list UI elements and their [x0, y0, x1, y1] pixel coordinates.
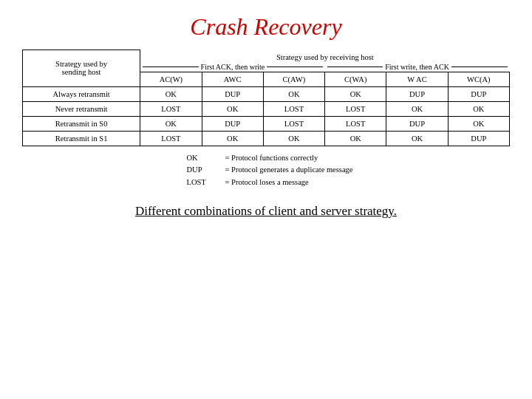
cell-2-3: LOST: [325, 116, 386, 131]
legend-item-lost: LOST = Protocol loses a message: [187, 177, 353, 189]
cell-3-5: DUP: [448, 131, 509, 146]
cell-0-5: DUP: [448, 86, 509, 101]
table-row: Retransmit in S0 OK DUP LOST LOST DUP OK: [23, 116, 510, 131]
cell-0-0: OK: [140, 86, 202, 101]
cell-2-0: OK: [140, 116, 202, 131]
legend: OK = Protocol functions correctly DUP = …: [180, 152, 353, 189]
col-header-4: W AC: [386, 72, 448, 86]
legend-item-ok: OK = Protocol functions correctly: [187, 152, 353, 165]
cell-1-3: LOST: [325, 101, 386, 116]
cell-1-4: OK: [386, 101, 448, 116]
corner-label: Strategy used bysending host: [23, 50, 140, 87]
table-row: Retransmit in S1 LOST OK OK OK OK DUP: [23, 131, 510, 146]
cell-3-1: OK: [202, 131, 263, 146]
col-header-3: C(WA): [325, 72, 386, 86]
legend-item-dup: DUP = Protocol generates a duplicate mes…: [187, 164, 353, 177]
cell-1-2: LOST: [263, 101, 324, 116]
legend-key-ok: OK: [187, 152, 215, 165]
title: Crash Recovery: [190, 13, 341, 41]
legend-key-dup: DUP: [187, 164, 215, 177]
table-row: Never retransmit LOST OK LOST LOST OK OK: [23, 101, 510, 116]
cell-2-2: LOST: [263, 116, 324, 131]
footer-text: Different combinations of client and ser…: [135, 204, 397, 219]
cell-2-5: OK: [448, 116, 509, 131]
cell-0-1: DUP: [202, 86, 263, 101]
diagram-area: Strategy used bysending host Strategy us…: [22, 50, 510, 146]
legend-key-lost: LOST: [187, 177, 215, 189]
super-header-label: Strategy used by receiving host: [140, 50, 510, 62]
cell-2-4: DUP: [386, 116, 448, 131]
cell-3-3: OK: [325, 131, 386, 146]
row-label-1: Never retransmit: [23, 101, 140, 116]
group2-arrow: First write, then ACK: [325, 62, 510, 72]
col-header-2: C(AW): [263, 72, 324, 86]
col-header-0: AC(W): [140, 72, 202, 86]
col-header-1: AWC: [202, 72, 263, 86]
cell-0-2: OK: [263, 86, 324, 101]
super-header-row: Strategy used bysending host Strategy us…: [23, 50, 510, 62]
cell-0-4: DUP: [386, 86, 448, 101]
legend-desc-lost: = Protocol loses a message: [225, 177, 309, 189]
cell-1-0: LOST: [140, 101, 202, 116]
row-label-2: Retransmit in S0: [23, 116, 140, 131]
legend-desc-ok: = Protocol functions correctly: [225, 152, 318, 165]
col-header-5: WC(A): [448, 72, 509, 86]
cell-3-0: LOST: [140, 131, 202, 146]
row-label-3: Retransmit in S1: [23, 131, 140, 146]
legend-desc-dup: = Protocol generates a duplicate message: [225, 164, 353, 177]
cell-1-1: OK: [202, 101, 263, 116]
group1-arrow: First ACK, then write: [140, 62, 325, 72]
cell-1-5: OK: [448, 101, 509, 116]
table-row: Always retransmit OK DUP OK OK DUP DUP: [23, 86, 510, 101]
cell-2-1: DUP: [202, 116, 263, 131]
cell-3-4: OK: [386, 131, 448, 146]
row-label-0: Always retransmit: [23, 86, 140, 101]
cell-0-3: OK: [325, 86, 386, 101]
cell-3-2: OK: [263, 131, 324, 146]
